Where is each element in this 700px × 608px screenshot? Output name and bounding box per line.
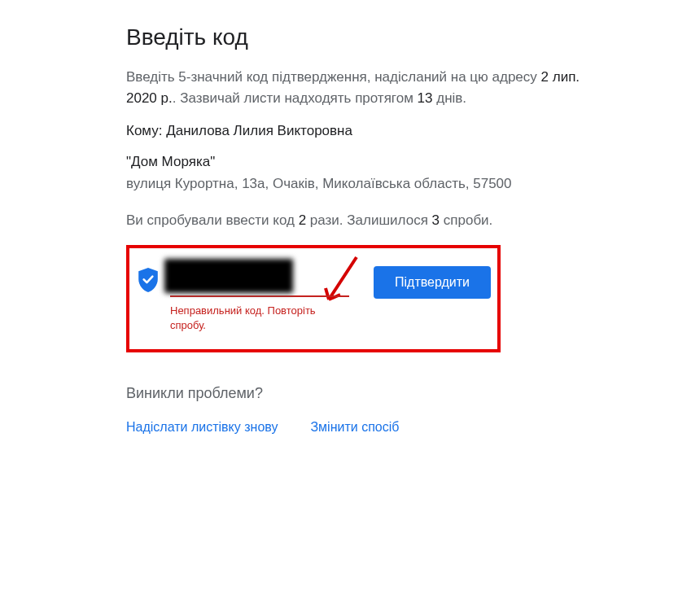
page-title: Введіть код [126, 24, 582, 50]
attempts-left: 3 [432, 212, 440, 228]
error-message: Неправильний код. Повторіть спробу. [170, 304, 333, 333]
delivery-days: 13 [418, 90, 433, 106]
business-name: "Дом Моряка" [126, 154, 582, 170]
recipient-name: Данилова Лилия Викторовна [166, 123, 352, 138]
attempts-text: Ви спробували ввести код 2 рази. Залишил… [126, 212, 582, 229]
code-entry-section: Неправильний код. Повторіть спробу. Підт… [126, 245, 501, 352]
description-text: Введіть 5-значний код підтвердження, над… [126, 67, 582, 108]
code-input[interactable] [170, 263, 349, 297]
confirm-button[interactable]: Підтвердити [374, 266, 491, 299]
recipient-line: Кому: Данилова Лилия Викторовна [126, 123, 582, 139]
attempts-used: 2 [299, 212, 306, 228]
address-text: вулиця Курортна, 13а, Очаків, Миколаївсь… [126, 173, 582, 195]
resend-postcard-link[interactable]: Надіслати листівку знову [126, 420, 278, 435]
shield-icon [138, 268, 159, 292]
change-method-link[interactable]: Змінити спосіб [310, 420, 399, 435]
problems-heading: Виникли проблеми? [126, 385, 582, 402]
